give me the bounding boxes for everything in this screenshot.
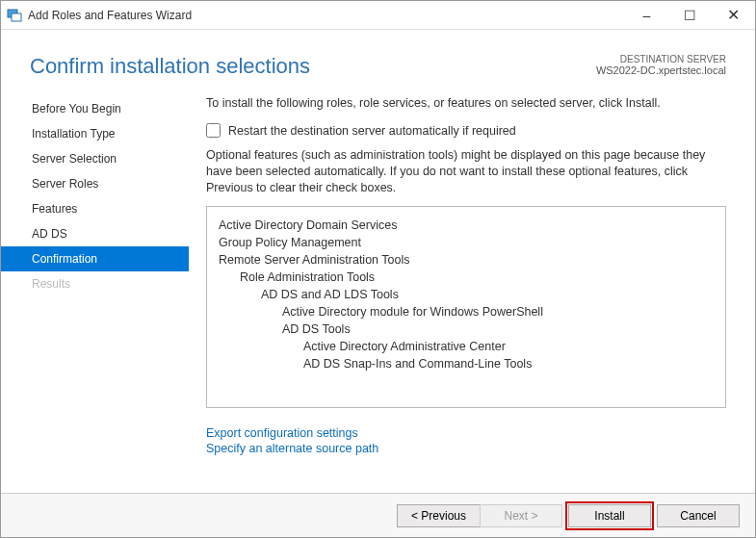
wizard-body: Before You BeginInstallation TypeServer … [1,79,755,511]
restart-checkbox-row[interactable]: Restart the destination server automatic… [206,123,726,138]
feature-item: AD DS Tools [219,320,714,338]
sidebar-step-2[interactable]: Server Selection [1,146,189,171]
restart-checkbox[interactable] [206,123,221,138]
cancel-button[interactable]: Cancel [657,504,740,527]
feature-item: Remote Server Administration Tools [219,251,714,269]
sidebar-step-0[interactable]: Before You Begin [1,96,189,121]
wizard-footer: < Previous Next > Install Cancel [1,493,755,537]
alternate-source-link[interactable]: Specify an alternate source path [206,441,726,456]
content-area: To install the following roles, role ser… [189,79,755,511]
sidebar: Before You BeginInstallation TypeServer … [1,79,189,511]
page-title: Confirm installation selections [30,54,310,79]
close-button[interactable]: ✕ [712,1,755,29]
feature-item: Group Policy Management [219,234,714,251]
feature-item: Active Directory Administrative Center [219,338,714,355]
sidebar-step-1[interactable]: Installation Type [1,121,189,146]
server-manager-icon [7,8,22,23]
svg-rect-1 [12,13,21,21]
feature-item: Role Administration Tools [219,269,714,286]
sidebar-step-4[interactable]: Features [1,196,189,221]
feature-item: Active Directory Domain Services [219,217,714,234]
previous-button[interactable]: < Previous [397,504,480,527]
sidebar-step-6[interactable]: Confirmation [1,246,189,271]
sidebar-step-5[interactable]: AD DS [1,221,189,246]
minimize-button[interactable]: – [625,1,668,29]
optional-features-note: Optional features (such as administratio… [206,147,726,196]
sidebar-step-7: Results [1,271,189,296]
feature-item: AD DS Snap-Ins and Command-Line Tools [219,355,714,372]
sidebar-step-3[interactable]: Server Roles [1,171,189,196]
destination-label: DESTINATION SERVER [596,54,726,64]
destination-server: WS2022-DC.xpertstec.local [596,64,726,76]
features-list: Active Directory Domain ServicesGroup Po… [206,206,726,408]
links-area: Export configuration settings Specify an… [206,425,726,456]
wizard-header: Confirm installation selections DESTINAT… [1,30,755,79]
title-bar: Add Roles and Features Wizard – ☐ ✕ [1,1,755,30]
nav-button-pair: < Previous Next > [397,504,562,527]
intro-text: To install the following roles, role ser… [206,96,726,110]
feature-item: AD DS and AD LDS Tools [219,286,714,303]
destination-info: DESTINATION SERVER WS2022-DC.xpertstec.l… [596,54,726,76]
export-config-link[interactable]: Export configuration settings [206,425,726,441]
maximize-button[interactable]: ☐ [668,1,712,29]
window-controls: – ☐ ✕ [625,1,755,29]
feature-item: Active Directory module for Windows Powe… [219,303,714,320]
window-title: Add Roles and Features Wizard [28,9,625,22]
install-button[interactable]: Install [568,504,651,527]
next-button: Next > [480,504,562,527]
restart-label: Restart the destination server automatic… [228,124,516,138]
